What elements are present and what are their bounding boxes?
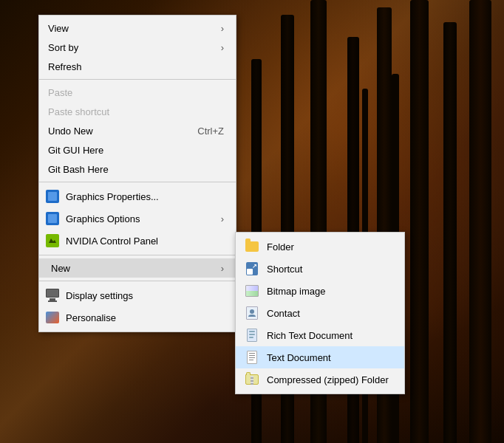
divider-4	[39, 281, 236, 281]
menu-label-paste: Paste	[48, 87, 224, 98]
bitmap-icon	[245, 284, 259, 298]
submenu-label-rtf: Rich Text Document	[267, 330, 353, 341]
arrow-sort-by: ›	[221, 42, 224, 53]
menu-item-display-settings[interactable]: Display settings	[39, 284, 236, 306]
menu-label-view: View	[48, 23, 221, 34]
menu-item-git-bash[interactable]: Git Bash Here	[39, 159, 236, 179]
menu-item-sort-by[interactable]: Sort by ›	[39, 38, 236, 57]
divider-2	[39, 182, 236, 182]
menu-label-undo-new: Undo New	[48, 126, 180, 137]
submenu-label-folder: Folder	[267, 241, 294, 253]
contact-icon	[245, 306, 259, 320]
menu-label-paste-shortcut: Paste shortcut	[48, 106, 224, 117]
context-menu: View › Sort by › Refresh Paste Paste sho…	[38, 15, 236, 332]
rtf-icon	[245, 328, 259, 343]
submenu-label-text-doc: Text Document	[267, 352, 331, 363]
menu-item-paste-shortcut[interactable]: Paste shortcut	[39, 102, 236, 121]
arrow-view: ›	[221, 23, 224, 34]
divider-1	[39, 79, 236, 80]
submenu-label-shortcut: Shortcut	[267, 264, 302, 275]
menu-item-view[interactable]: View ›	[39, 18, 236, 38]
divider-3	[39, 255, 236, 255]
submenu-item-text-doc[interactable]: Text Document	[236, 346, 404, 368]
folder-icon	[245, 239, 259, 254]
menu-item-undo-new[interactable]: Undo New Ctrl+Z	[39, 121, 236, 140]
submenu-label-bitmap: Bitmap image	[267, 286, 325, 297]
submenu-item-folder[interactable]: Folder	[236, 236, 404, 258]
menu-label-graphics-properties: Graphics Properties...	[66, 191, 224, 202]
submenu-label-zip: Compressed (zipped) Folder	[267, 374, 389, 385]
arrow-graphics-options: ›	[221, 213, 224, 224]
submenu-item-bitmap[interactable]: Bitmap image	[236, 280, 404, 302]
arrow-new: ›	[221, 263, 224, 274]
display-settings-icon	[45, 288, 60, 303]
submenu-new: Folder ↗ Shortcut Bitmap image	[235, 232, 405, 394]
graphics-options-icon	[45, 211, 60, 226]
menu-item-nvidia[interactable]: NVIDIA Control Panel	[39, 230, 236, 252]
menu-label-git-gui: Git GUI Here	[48, 145, 224, 156]
zip-icon	[245, 372, 259, 387]
menu-item-graphics-properties[interactable]: Graphics Properties...	[39, 185, 236, 207]
text-doc-icon	[245, 350, 259, 365]
menu-label-refresh: Refresh	[48, 61, 224, 72]
menu-label-git-bash: Git Bash Here	[48, 164, 224, 175]
menu-item-graphics-options[interactable]: Graphics Options ›	[39, 207, 236, 230]
menu-item-new[interactable]: New ›	[39, 258, 236, 278]
menu-label-new: New	[51, 263, 221, 274]
menu-label-personalise: Personalise	[66, 312, 224, 323]
menu-label-sort-by: Sort by	[48, 42, 221, 53]
menu-item-paste[interactable]: Paste	[39, 83, 236, 102]
menu-item-refresh[interactable]: Refresh	[39, 57, 236, 76]
submenu-item-shortcut[interactable]: ↗ Shortcut	[236, 258, 404, 280]
submenu-item-contact[interactable]: Contact	[236, 302, 404, 324]
graphics-properties-icon	[45, 189, 60, 204]
shortcut-icon: ↗	[245, 261, 259, 276]
menu-label-display-settings: Display settings	[66, 290, 224, 301]
submenu-item-zip[interactable]: Compressed (zipped) Folder	[236, 368, 404, 391]
submenu-label-contact: Contact	[267, 308, 300, 319]
nvidia-icon	[45, 233, 60, 248]
menu-item-git-gui[interactable]: Git GUI Here	[39, 140, 236, 159]
submenu-item-rtf[interactable]: Rich Text Document	[236, 324, 404, 346]
menu-label-nvidia: NVIDIA Control Panel	[66, 236, 224, 247]
svg-point-0	[250, 309, 254, 314]
menu-item-personalise[interactable]: Personalise	[39, 306, 236, 329]
menu-label-graphics-options: Graphics Options	[66, 213, 221, 224]
shortcut-undo-new: Ctrl+Z	[197, 126, 224, 137]
personalise-icon	[45, 310, 60, 325]
